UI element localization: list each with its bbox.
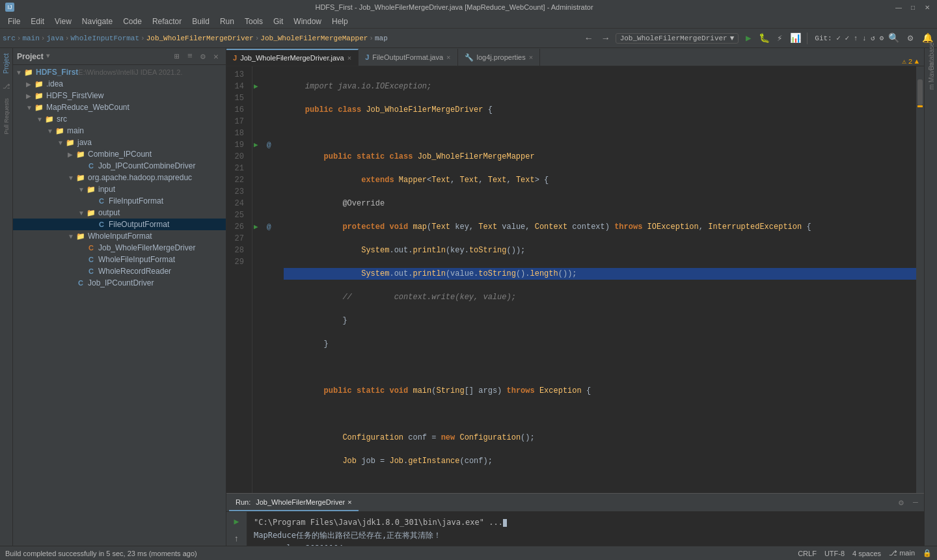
- tree-wholemergedriver[interactable]: ▶ C Job_WholeFilerMergeDriver: [13, 242, 226, 254]
- navigate-forward-button[interactable]: →: [599, 31, 613, 46]
- menu-help[interactable]: Help: [327, 16, 353, 27]
- menu-window[interactable]: Window: [288, 16, 327, 27]
- tab-fileoutputformat[interactable]: J FileOutputFormat.java ×: [359, 49, 457, 66]
- encoding-selector[interactable]: UTF-8: [824, 550, 845, 557]
- tree-main[interactable]: ▼ 📁 main: [13, 125, 226, 137]
- branch-icon: ⎇: [889, 549, 897, 557]
- editor-scrollbar[interactable]: [916, 66, 924, 493]
- tree-fileinputformat[interactable]: ▶ C FileInputFormat: [13, 195, 226, 207]
- tree-mapreduce[interactable]: ▼ 📁 MapReduce_WebCount: [13, 101, 226, 113]
- tree-src[interactable]: ▼ 📁 src: [13, 113, 226, 125]
- breadcrumb-driver[interactable]: Job_WholeFilerMergeDriver: [146, 34, 254, 42]
- breadcrumb-wholeinputformat[interactable]: WholeInputFormat: [70, 34, 139, 42]
- code-line-15: [284, 127, 916, 139]
- annotation-26[interactable]: @: [267, 221, 276, 233]
- debug-button[interactable]: 🐛: [757, 31, 771, 46]
- close-button[interactable]: ✕: [923, 3, 932, 12]
- tab-close-button[interactable]: ×: [529, 53, 533, 61]
- folder-icon: 📁: [75, 149, 86, 159]
- menu-tools[interactable]: Tools: [239, 16, 268, 27]
- profile-button[interactable]: 📊: [788, 31, 802, 46]
- code-line-29: Job job = Job.getInstance(conf);: [284, 455, 916, 467]
- indentation-selector[interactable]: 4 spaces: [852, 550, 881, 557]
- run-gutter-19[interactable]: ▶: [254, 139, 264, 151]
- coverage-button[interactable]: ⚡: [772, 31, 787, 46]
- tree-ipcountdriver[interactable]: ▶ C Job_IPCountDriver: [13, 277, 226, 289]
- sidebar-database-icon[interactable]: Database: [925, 51, 937, 62]
- project-panel-title: Project: [17, 52, 44, 61]
- sidebar-commit-icon[interactable]: ⎇: [1, 81, 12, 92]
- run-tab-label: Run:: [236, 498, 251, 506]
- editor-tabs: J Job_WholeFilerMergeDriver.java × J Fil…: [226, 48, 924, 66]
- tree-firstview[interactable]: ▶ 📁 HDFS_FirstView: [13, 90, 226, 101]
- tab-close-button[interactable]: ×: [347, 54, 351, 62]
- menu-run[interactable]: Run: [215, 16, 239, 27]
- tree-wholerecord[interactable]: ▶ C WholeRecordReader: [13, 265, 226, 277]
- sidebar-project-icon[interactable]: Project: [1, 51, 11, 76]
- run-gutter-26[interactable]: ▶: [254, 221, 264, 233]
- panel-settings-button[interactable]: ⚙: [197, 51, 209, 62]
- tab-label: FileOutputFormat.java: [372, 53, 443, 61]
- maximize-button[interactable]: □: [908, 3, 917, 12]
- rerun-button[interactable]: ▶: [230, 514, 244, 529]
- breadcrumb-map[interactable]: map: [375, 34, 388, 42]
- code-line-13: import java.io.IOException;: [284, 81, 916, 92]
- scroll-up-button[interactable]: ↑: [230, 531, 244, 546]
- tab-label: log4j.properties: [477, 53, 526, 61]
- run-panel-tab[interactable]: Run: Job_WholeFilerMergeDriver ×: [229, 494, 359, 511]
- menu-edit[interactable]: Edit: [25, 16, 49, 27]
- breadcrumb-mapper[interactable]: Job_WholeFilerMergeMapper: [260, 34, 368, 42]
- run-gutter-14[interactable]: ▶: [254, 81, 264, 92]
- menu-build[interactable]: Build: [187, 16, 215, 27]
- breadcrumb-src[interactable]: src: [3, 34, 16, 42]
- menu-git[interactable]: Git: [268, 16, 288, 27]
- menu-navigate[interactable]: Navigate: [77, 16, 118, 27]
- menu-refactor[interactable]: Refactor: [147, 16, 187, 27]
- tree-ipcombine[interactable]: ▶ C Job_IPCountCombineDriver: [13, 160, 226, 172]
- tree-idea[interactable]: ▶ 📁 .idea: [13, 78, 226, 90]
- menu-file[interactable]: File: [3, 16, 25, 27]
- tab-merge-driver[interactable]: J Job_WholeFilerMergeDriver.java ×: [226, 49, 359, 66]
- tree-combine[interactable]: ▶ 📁 Combine_IPCount: [13, 148, 226, 160]
- collapse-all-button[interactable]: ≡: [184, 51, 196, 62]
- tree-label: WholeFileInputFormat: [98, 255, 175, 264]
- tree-output[interactable]: ▼ 📁 output: [13, 207, 226, 219]
- bottom-minimize-button[interactable]: —: [910, 497, 921, 509]
- bottom-settings-button[interactable]: ⚙: [895, 497, 907, 509]
- tree-input[interactable]: ▼ 📁 input: [13, 183, 226, 195]
- minimize-button[interactable]: —: [894, 3, 903, 12]
- menu-view[interactable]: View: [49, 16, 77, 27]
- expand-all-button[interactable]: ⊞: [171, 51, 183, 62]
- sidebar-pullrequest-icon[interactable]: Pull Requests: [2, 97, 11, 136]
- scrollbar-thumb[interactable]: [917, 79, 923, 105]
- tree-arrow: ▶: [68, 151, 75, 158]
- tree-path: E:\Windows\IntelliJ IDEA 2021.2.: [78, 68, 182, 76]
- search-everywhere-button[interactable]: 🔍: [886, 31, 901, 46]
- breadcrumb-java[interactable]: java: [46, 34, 63, 42]
- java-tab-icon: J: [233, 54, 237, 62]
- tree-orgapache[interactable]: ▼ 📁 org.apache.hadoop.mapreduc: [13, 172, 226, 183]
- code-content[interactable]: import java.io.IOException; public class…: [277, 66, 916, 493]
- tab-close-button[interactable]: ×: [446, 53, 450, 61]
- tree-wholefileinput[interactable]: ▶ C WholeFileInputFormat: [13, 254, 226, 265]
- run-output: "C:\Program Files\Java\jdk1.8.0_301\bin\…: [247, 512, 924, 546]
- annotation-19[interactable]: @: [267, 139, 276, 151]
- tree-wholeinputformat[interactable]: ▼ 📁 WholeInputFormat: [13, 230, 226, 242]
- tree-label: java: [77, 138, 92, 147]
- run-config-selector[interactable]: Job_WholeFilerMergeDriver ▼: [616, 33, 739, 44]
- sidebar-maven-icon[interactable]: m Maven: [925, 70, 937, 82]
- code-line-19: protected void map(Text key, Text value,…: [284, 221, 916, 233]
- tree-label: HDFS_First: [36, 68, 78, 77]
- tab-log4j[interactable]: 🔧 log4j.properties ×: [458, 49, 541, 66]
- run-tab-close-button[interactable]: ×: [347, 498, 351, 506]
- run-button[interactable]: ▶: [741, 31, 755, 46]
- tree-root[interactable]: ▼ 📁 HDFS_First E:\Windows\IntelliJ IDEA …: [13, 66, 226, 78]
- breadcrumb-main[interactable]: main: [22, 34, 39, 42]
- menu-code[interactable]: Code: [118, 16, 147, 27]
- line-ending-selector[interactable]: CRLF: [798, 550, 817, 557]
- tree-fileoutputformat[interactable]: ▶ C FileOutputFormat: [13, 219, 226, 230]
- tree-java[interactable]: ▼ 📁 java: [13, 137, 226, 148]
- panel-hide-button[interactable]: ✕: [210, 51, 222, 62]
- navigate-back-button[interactable]: ←: [582, 31, 596, 46]
- settings-button[interactable]: ⚙: [903, 31, 917, 46]
